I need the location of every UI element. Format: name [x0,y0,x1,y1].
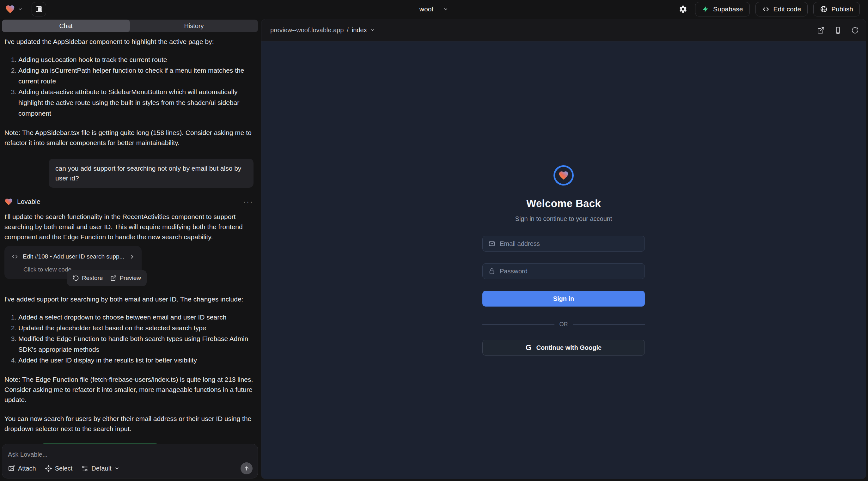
or-label: OR [559,321,568,328]
preview-viewport: Welcome Back Sign in to continue to your… [261,41,866,479]
edit-code-label: Edit code [774,5,801,13]
chat-history-tabs: Chat History [2,20,258,32]
assistant-note: Note: The Edge Function file (fetch-fire… [4,375,253,405]
lovable-heart-icon [4,197,13,206]
settings-button[interactable] [677,3,689,15]
lovable-logo-icon [5,4,15,14]
password-field[interactable]: Password [483,263,645,279]
assistant-paragraph: You can now search for users by either t… [4,414,253,434]
toggle-sidebar-button[interactable] [32,2,46,17]
welcome-subtitle: Sign in to continue to your account [515,215,612,223]
locate-icon [45,465,52,472]
or-divider: OR [483,321,645,328]
gear-icon [679,5,687,13]
assistant-list: Adding useLocation hook to track the cur… [4,54,253,119]
composer-toolbar: Attach Select Default [8,462,253,474]
divider-line [573,324,645,325]
chat-composer[interactable]: Ask Lovable... Attach Select Default [2,444,258,478]
chat-panel: Chat History I've updated the AppSidebar… [0,18,260,481]
project-switcher[interactable]: woof [420,0,448,18]
preview-url[interactable]: preview--woof.lovable.app / index [270,27,375,34]
chevron-right-icon [129,253,135,260]
mode-label: Default [91,465,111,472]
select-label: Select [55,465,73,472]
restore-icon [73,275,79,281]
list-item: Updated the placeholder text based on th… [18,323,253,333]
preview-button[interactable]: Preview [110,273,141,283]
preview-page: index [352,27,367,34]
preview-panel: preview--woof.lovable.app / index [261,19,866,479]
external-link-icon [110,275,117,281]
google-sign-in-button[interactable]: G Continue with Google [483,340,645,356]
lovable-menu[interactable] [5,4,23,14]
panel-layout-icon [35,5,43,13]
send-button[interactable] [241,462,253,474]
attach-image-icon [8,465,15,472]
chevron-down-icon [370,28,375,33]
divider-line [483,324,554,325]
url-divider: / [347,27,349,34]
supabase-icon [702,5,709,13]
user-message-row: can you add support for searching not on… [4,159,253,188]
attach-button[interactable]: Attach [8,465,36,472]
app-logo [554,165,574,186]
list-item: Added the user ID display in the results… [18,355,253,366]
code-icon [11,253,18,260]
assistant-header: Lovable ··· [4,197,253,207]
edit-card-wrap: Edit #108 • Add user ID search supp... C… [4,246,142,279]
globe-icon [820,5,828,13]
top-bar: woof Supabase Edit code Publish [0,0,868,18]
edit-code-button[interactable]: Edit code [755,2,808,17]
supabase-button[interactable]: Supabase [695,2,750,17]
list-item: Adding useLocation hook to track the cur… [18,54,253,65]
restore-button[interactable]: Restore [73,273,103,283]
code-icon [762,5,770,13]
edit-actions-pill: Restore Preview [67,270,147,286]
assistant-paragraph: I'll update the search functionality in … [4,212,253,242]
sign-in-button[interactable]: Sign in [483,291,645,307]
email-placeholder: Email address [500,240,540,248]
assistant-name: Lovable [17,197,40,207]
assistant-list: Added a select dropdown to choose betwee… [4,312,253,366]
email-field[interactable]: Email address [483,236,645,252]
more-options-button[interactable]: ··· [243,198,253,205]
user-message-bubble: can you add support for searching not on… [49,159,253,188]
preview-header: preview--woof.lovable.app / index [261,19,866,41]
select-element-button[interactable]: Select [45,465,73,472]
login-card: Welcome Back Sign in to continue to your… [483,165,645,356]
list-item: Adding an isCurrentPath helper function … [18,65,253,87]
project-name: woof [420,5,433,13]
sliders-icon [81,465,89,472]
list-item: Adding data-active attribute to SidebarM… [18,87,253,119]
supabase-label: Supabase [713,5,743,13]
mobile-view-button[interactable] [834,27,842,34]
google-icon: G [526,344,532,351]
publish-button[interactable]: Publish [813,2,860,17]
edit-card-title: Edit #108 • Add user ID search supp... [23,252,124,262]
chevron-down-icon [18,7,23,12]
assistant-note: Note: The AppSidebar.tsx file is getting… [4,128,253,148]
list-item: Added a select dropdown to choose betwee… [18,312,253,323]
preview-label: Preview [120,273,141,283]
attach-label: Attach [18,465,36,472]
google-label: Continue with Google [536,344,602,351]
list-item: Modified the Edge Function to handle bot… [18,333,253,355]
refresh-button[interactable] [851,27,859,34]
password-placeholder: Password [500,268,528,275]
arrow-up-icon [243,465,250,472]
open-in-new-tab-button[interactable] [817,27,825,34]
chat-message-list[interactable]: I've updated the AppSidebar component to… [0,32,260,444]
mail-icon [488,240,495,247]
chevron-down-icon [115,466,120,471]
tab-history[interactable]: History [130,20,258,32]
composer-placeholder[interactable]: Ask Lovable... [8,451,253,458]
lock-icon [488,268,495,275]
preview-domain: preview--woof.lovable.app [270,27,344,34]
publish-label: Publish [831,5,853,13]
assistant-paragraph: I've updated the AppSidebar component to… [4,37,253,47]
mode-selector[interactable]: Default [81,465,119,472]
assistant-paragraph: I've added support for searching by both… [4,294,253,304]
restore-label: Restore [82,273,103,283]
chevron-down-icon [443,6,448,12]
tab-chat[interactable]: Chat [2,20,130,32]
